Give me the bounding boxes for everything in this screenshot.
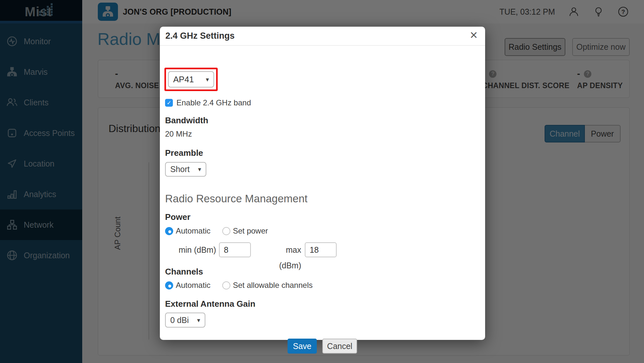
- chevron-down-icon: ▾: [206, 76, 209, 83]
- ap-selector-dropdown[interactable]: AP41 ▾: [168, 71, 214, 87]
- enable-band-checkbox[interactable]: ✓: [165, 99, 173, 107]
- min-dbm-label: min (dBm): [178, 242, 216, 258]
- bandwidth-value: 20 MHz: [165, 129, 192, 139]
- power-heading: Power: [165, 212, 190, 222]
- preamble-heading: Preamble: [165, 148, 203, 158]
- enable-band-label: Enable 2.4 GHz band: [176, 98, 251, 107]
- antenna-gain-value: 0 dBi: [170, 316, 189, 325]
- channels-automatic-radio[interactable]: [165, 281, 173, 289]
- antenna-gain-dropdown[interactable]: 0 dBi ▾: [165, 313, 205, 328]
- channels-set-allowable-radio[interactable]: [222, 281, 230, 289]
- modal-title: 2.4 GHz Settings: [165, 27, 235, 45]
- min-dbm-input[interactable]: [219, 242, 251, 257]
- channels-automatic-label: Automatic: [176, 281, 211, 290]
- chevron-down-icon: ▾: [197, 316, 200, 324]
- antenna-gain-heading: External Antenna Gain: [165, 299, 255, 309]
- preamble-dropdown[interactable]: Short ▾: [165, 162, 206, 177]
- ap-selector-highlight: AP41 ▾: [164, 68, 218, 91]
- max-dbm-input[interactable]: [305, 242, 337, 257]
- rrm-heading: Radio Resource Management: [165, 193, 307, 205]
- close-icon[interactable]: ✕: [470, 29, 478, 41]
- modal-header: 2.4 GHz Settings ✕: [160, 27, 485, 46]
- power-set-power-radio[interactable]: [222, 227, 230, 235]
- save-button[interactable]: Save: [288, 339, 317, 354]
- ap-selector-value: AP41: [173, 74, 194, 85]
- channels-heading: Channels: [165, 267, 203, 277]
- ghz-settings-modal: 2.4 GHz Settings ✕ AP41 ▾ ✓ Enable 2.4 G…: [160, 27, 485, 340]
- cancel-button[interactable]: Cancel: [322, 339, 357, 354]
- power-automatic-radio[interactable]: [165, 227, 173, 235]
- chevron-down-icon: ▾: [198, 166, 201, 173]
- preamble-value: Short: [170, 165, 190, 174]
- power-automatic-label: Automatic: [176, 226, 211, 235]
- bandwidth-heading: Bandwidth: [165, 115, 208, 126]
- power-set-power-label: Set power: [233, 226, 268, 235]
- channels-set-allowable-label: Set allowable channels: [233, 281, 313, 290]
- max-dbm-label: max (dBm): [262, 242, 301, 273]
